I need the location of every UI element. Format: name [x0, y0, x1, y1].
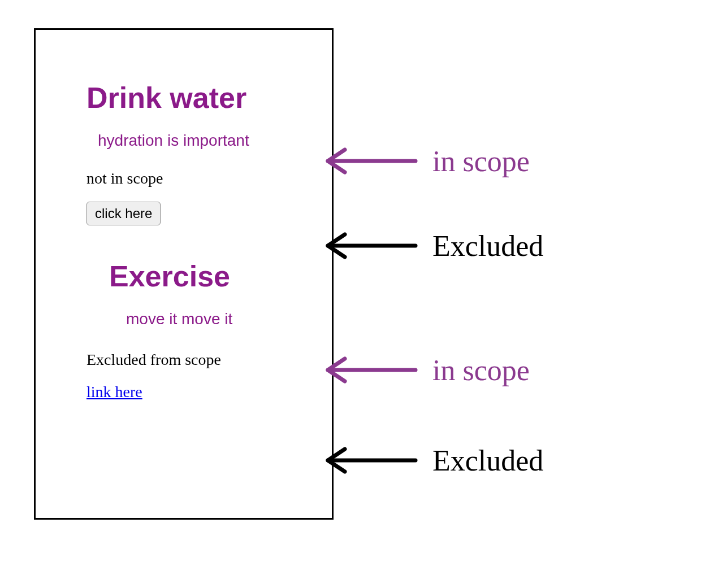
arrow-left-icon: [319, 226, 421, 265]
annotation-label: in scope: [432, 354, 530, 387]
arrow-left-icon: [319, 350, 421, 390]
click-here-button[interactable]: click here: [86, 202, 161, 225]
arrow-left-icon: [319, 141, 421, 181]
annotation-in-scope-2: in scope: [319, 350, 530, 390]
text-not-in-scope: not in scope: [86, 169, 304, 188]
annotation-label: Excluded: [432, 444, 543, 477]
heading-drink-water: Drink water: [86, 81, 304, 115]
annotation-label: Excluded: [432, 229, 543, 263]
annotation-label: in scope: [432, 145, 530, 178]
subtext-move-it: move it move it: [126, 310, 304, 328]
diagram-canvas: Drink water hydration is important not i…: [0, 0, 727, 588]
annotation-excluded-2: Excluded: [319, 441, 543, 480]
annotation-excluded-1: Excluded: [319, 226, 543, 265]
text-excluded-from-scope: Excluded from scope: [86, 351, 304, 369]
arrow-left-icon: [319, 441, 421, 480]
link-here[interactable]: link here: [86, 383, 142, 400]
heading-exercise: Exercise: [109, 259, 304, 293]
example-panel: Drink water hydration is important not i…: [34, 28, 334, 520]
subtext-hydration: hydration is important: [98, 132, 304, 150]
annotation-in-scope-1: in scope: [319, 141, 530, 181]
